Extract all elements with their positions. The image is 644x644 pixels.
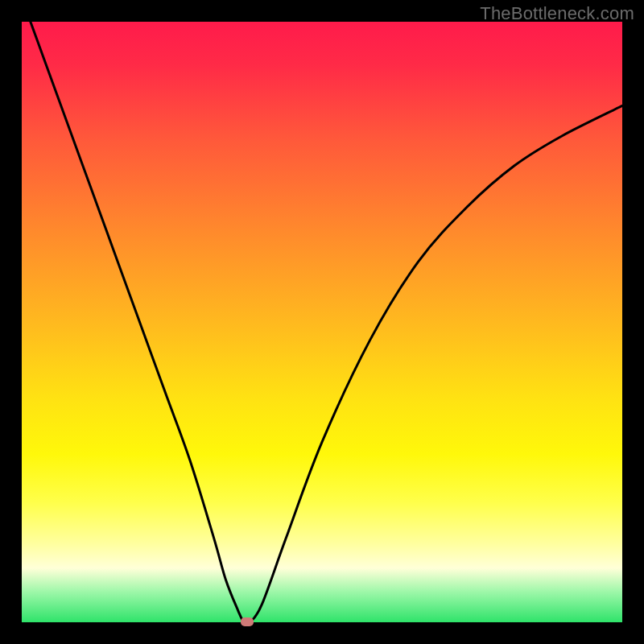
curve-svg [22,22,622,622]
watermark-text: TheBottleneck.com [480,3,634,24]
bottleneck-curve-path [22,22,622,622]
plot-area [22,22,622,622]
optimal-marker [241,617,254,626]
chart-frame: TheBottleneck.com [0,0,644,644]
